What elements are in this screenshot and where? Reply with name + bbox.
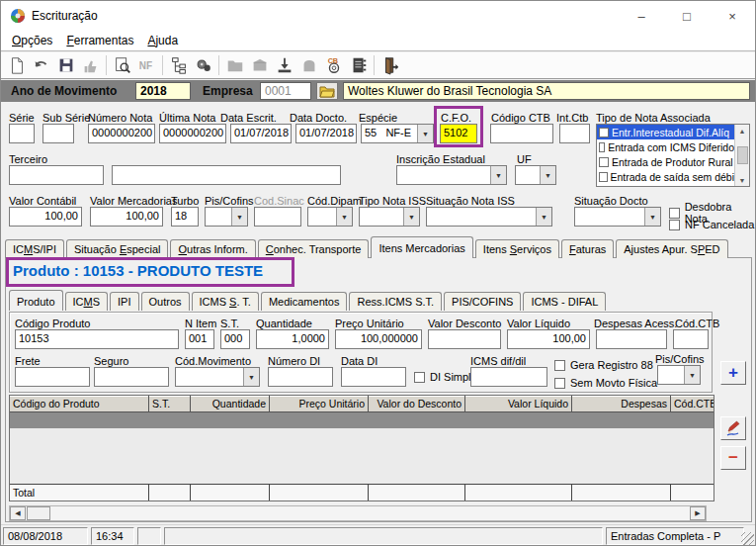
sub-serie-field[interactable] bbox=[42, 124, 74, 143]
data-di-field[interactable] bbox=[341, 367, 406, 387]
subtab-outros[interactable]: Outros bbox=[141, 292, 190, 311]
pis-cofins-item-combo[interactable]: ▼ bbox=[657, 365, 701, 385]
col-valor-liquido[interactable]: Valor Líquido bbox=[465, 396, 572, 411]
uf-combo[interactable]: ▼ bbox=[515, 165, 556, 185]
remove-item-button[interactable]: − bbox=[720, 446, 746, 470]
codigo-produto-field[interactable]: 10153 bbox=[15, 329, 179, 349]
dropdown-arrow-icon[interactable]: ▼ bbox=[231, 208, 247, 226]
exit-button[interactable] bbox=[378, 53, 402, 77]
list-item[interactable]: Entrada de Produtor Rural bbox=[597, 154, 734, 169]
tab-icms-ipi[interactable]: ICMS/IPI bbox=[5, 239, 64, 258]
col-cod-ctb[interactable]: Cód.CTB bbox=[671, 396, 714, 411]
tab-situacao-especial[interactable]: Situação Especial bbox=[66, 239, 168, 258]
subtab-medicamentos[interactable]: Medicamentos bbox=[261, 292, 348, 311]
export-button[interactable] bbox=[272, 53, 296, 77]
seguro-field[interactable] bbox=[94, 367, 169, 387]
checkbox[interactable] bbox=[554, 360, 565, 371]
package-button[interactable] bbox=[247, 53, 272, 77]
tab-itens-servicos[interactable]: Itens Serviços bbox=[475, 239, 559, 258]
undo-button[interactable] bbox=[29, 53, 53, 77]
cod-movimento-combo[interactable]: ▼ bbox=[175, 367, 260, 387]
scroll-left-icon[interactable]: ◀ bbox=[10, 506, 26, 520]
checkbox[interactable] bbox=[414, 372, 425, 383]
folder-button[interactable] bbox=[222, 53, 247, 77]
dropdown-arrow-icon[interactable]: ▼ bbox=[490, 166, 506, 184]
titlebar[interactable]: Escrituração – □ × bbox=[1, 1, 755, 31]
checkbox[interactable] bbox=[599, 157, 609, 167]
dropdown-arrow-icon[interactable]: ▼ bbox=[540, 166, 555, 184]
scroll-down-icon[interactable]: ▼ bbox=[735, 174, 749, 186]
quantidade-field[interactable]: 1,0000 bbox=[256, 329, 329, 349]
col-preco-unitario[interactable]: Preço Unitário bbox=[270, 396, 369, 411]
checkbox[interactable] bbox=[669, 220, 680, 230]
scroll-right-icon[interactable]: ▶ bbox=[690, 506, 706, 520]
tipo-nota-associada-list[interactable]: Entr.Interestadual Dif.Alíq Entrada com … bbox=[596, 124, 750, 187]
subtab-icms[interactable]: ICMS bbox=[65, 292, 109, 311]
approve-button[interactable] bbox=[78, 53, 103, 77]
minimize-button[interactable]: – bbox=[619, 1, 664, 31]
menu-ajuda[interactable]: Ajuda bbox=[140, 32, 185, 49]
subtab-ress-icms-st[interactable]: Ress.ICMS S.T. bbox=[349, 292, 442, 311]
st-field[interactable]: 000 bbox=[220, 329, 250, 349]
dropdown-arrow-icon[interactable]: ▼ bbox=[336, 208, 352, 226]
valor-desconto-field[interactable] bbox=[428, 329, 501, 349]
serie-field[interactable] bbox=[9, 124, 35, 143]
dropdown-arrow-icon[interactable]: ▼ bbox=[644, 208, 660, 226]
icms-difdil-field[interactable] bbox=[470, 367, 547, 387]
numero-di-field[interactable] bbox=[268, 367, 333, 387]
terceiro-name-field[interactable] bbox=[112, 165, 341, 185]
cod-ctb-field[interactable] bbox=[673, 329, 709, 349]
list-item[interactable]: Entr.Interestadual Dif.Alíq bbox=[597, 125, 734, 139]
tab-faturas[interactable]: Faturas bbox=[561, 239, 614, 258]
cod-dipam-combo[interactable]: ▼ bbox=[307, 207, 353, 227]
data-escrit-field[interactable]: 01/07/2018 bbox=[230, 124, 292, 143]
valor-liquido-field[interactable]: 100,00 bbox=[507, 329, 590, 349]
frete-field[interactable] bbox=[15, 367, 90, 387]
hscroll-thumb[interactable] bbox=[27, 506, 50, 520]
subtab-icms-difal[interactable]: ICMS - DIFAL bbox=[523, 292, 606, 311]
add-item-button[interactable]: + bbox=[720, 361, 746, 385]
int-ctb-field[interactable] bbox=[559, 124, 590, 143]
cfo-field[interactable]: 5102 bbox=[440, 124, 477, 143]
items-grid[interactable]: Código do Produto S.T. Quantidade Preço … bbox=[9, 395, 714, 501]
inscricao-estadual-combo[interactable]: ▼ bbox=[396, 165, 507, 185]
especie-combo[interactable]: 55 NF-E ▼ bbox=[361, 124, 434, 143]
subtab-produto[interactable]: Produto bbox=[9, 290, 63, 311]
valor-mercadorias-field[interactable]: 100,00 bbox=[90, 207, 163, 227]
maximize-button[interactable]: □ bbox=[664, 1, 710, 31]
cb-coins-button[interactable]: CB bbox=[321, 53, 346, 77]
checkbox[interactable] bbox=[669, 208, 680, 219]
ledger-button[interactable] bbox=[346, 53, 371, 77]
tab-conhec-transporte[interactable]: Conhec. Transporte bbox=[258, 239, 370, 258]
col-codigo-produto[interactable]: Código do Produto bbox=[10, 396, 149, 411]
checkbox[interactable] bbox=[599, 172, 608, 182]
list-item[interactable]: Entrada de saída sem débi bbox=[597, 169, 734, 184]
resize-grip[interactable] bbox=[741, 532, 754, 545]
print-preview-button[interactable] bbox=[110, 53, 134, 77]
dropdown-arrow-icon[interactable]: ▼ bbox=[403, 208, 419, 226]
empresa-name-field[interactable]: Woltes Kluwer do Brasil Tecnologia SA bbox=[343, 82, 750, 100]
nf-cancelada-checkbox[interactable]: NF Cancelada bbox=[669, 219, 754, 230]
situacao-docto-combo[interactable]: ▼ bbox=[574, 207, 661, 227]
dropdown-arrow-icon[interactable]: ▼ bbox=[536, 208, 551, 226]
ano-movimento-field[interactable]: 2018 bbox=[135, 82, 191, 100]
grid-body[interactable] bbox=[10, 428, 714, 468]
codigo-ctb-field[interactable] bbox=[490, 124, 553, 143]
preco-unitario-field[interactable]: 100,000000 bbox=[335, 329, 422, 349]
gera-registro-checkbox[interactable]: Gera Registro 88 bbox=[554, 359, 653, 371]
data-docto-field[interactable]: 01/07/2018 bbox=[295, 124, 357, 143]
turbo-field[interactable]: 18 bbox=[171, 207, 199, 227]
empresa-browse-button[interactable] bbox=[316, 82, 338, 100]
dropdown-arrow-icon[interactable]: ▼ bbox=[243, 368, 259, 386]
nf-button[interactable]: NF bbox=[134, 53, 159, 77]
cod-sinac-field[interactable] bbox=[254, 207, 301, 227]
list-scrollbar[interactable]: ▲ ▼ bbox=[734, 125, 749, 186]
edit-item-button[interactable] bbox=[720, 416, 746, 440]
save-button[interactable] bbox=[53, 53, 78, 77]
subtab-pis-cofins[interactable]: PIS/COFINS bbox=[444, 292, 521, 311]
dropdown-arrow-icon[interactable]: ▼ bbox=[417, 125, 433, 142]
subtab-icms-st[interactable]: ICMS S. T. bbox=[192, 292, 259, 311]
situacao-nota-iss-combo[interactable]: ▼ bbox=[426, 207, 552, 227]
sem-movto-checkbox[interactable]: Sem Movto Física bbox=[554, 377, 657, 389]
checkbox[interactable] bbox=[599, 142, 605, 152]
